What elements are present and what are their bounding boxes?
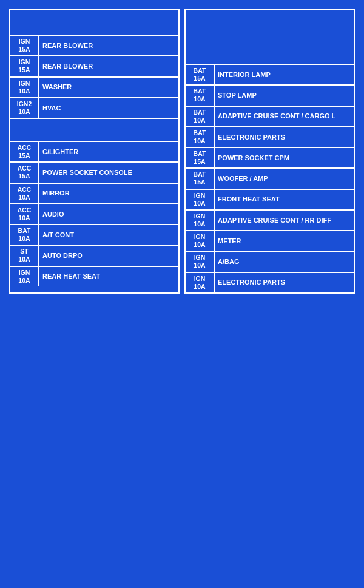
- fuse-code: BAT15A: [186, 65, 215, 84]
- fuse-code: BAT10A: [186, 127, 215, 147]
- fuse-label: INTERIOR LAMP: [215, 65, 354, 84]
- table-row: IGN15AREAR BLOWER: [10, 36, 178, 56]
- fuse-code: IGN10A: [186, 231, 215, 251]
- fuse-label: FRONT HEAT SEAT: [215, 190, 354, 209]
- fuse-code: IGN10A: [186, 190, 215, 209]
- fuse-diagram: IGN15AREAR BLOWERIGN15AREAR BLOWERIGN10A…: [6, 6, 358, 297]
- table-row: IGN10AREAR HEAT SEAT: [10, 267, 178, 286]
- fuse-label: WOOFER / AMP: [215, 169, 354, 188]
- table-row: BAT15APOWER SOCKET CPM: [186, 148, 354, 169]
- table-row: BAT15AWOOFER / AMP: [186, 169, 354, 189]
- fuse-label: A/T CONT: [39, 225, 178, 245]
- fuse-label: REAR BLOWER: [39, 56, 178, 76]
- fuse-code: BAT10A: [186, 86, 215, 105]
- fuse-label: POWER SOCKET CPM: [215, 148, 354, 167]
- table-row: BAT10AELECTRONIC PARTS: [186, 127, 354, 148]
- table-row: IGN210AHVAC: [10, 98, 178, 119]
- fuse-label: METER: [215, 231, 354, 251]
- fuse-label: REAR BLOWER: [39, 36, 178, 55]
- table-row: BAT10ASTOP LAMP: [186, 86, 354, 106]
- fuse-label: HVAC: [39, 98, 178, 118]
- fuse-code: ACC10A: [10, 184, 39, 203]
- fuse-code: BAT15A: [186, 148, 215, 167]
- table-row: IGN10AWASHER: [10, 78, 178, 98]
- table-row: IGN10AADAPTIVE CRUISE CONT / RR DIFF: [186, 211, 354, 231]
- fuse-code: IGN10A: [186, 211, 215, 230]
- table-row: IGN10AMETER: [186, 231, 354, 252]
- fuse-label: A/BAG: [215, 252, 354, 271]
- left-panel: IGN15AREAR BLOWERIGN15AREAR BLOWERIGN10A…: [9, 9, 180, 294]
- table-row: ACC10AMIRROR: [10, 184, 178, 204]
- fuse-code: IGN10A: [186, 252, 215, 271]
- fuse-code: ACC15A: [10, 163, 39, 182]
- table-row: ACC15APOWER SOCKET CONSOLE: [10, 163, 178, 183]
- table-row: IGN15AREAR BLOWER: [10, 56, 178, 77]
- right-header-empty: [186, 10, 354, 65]
- fuse-label: ADAPTIVE CRUISE CONT / CARGO L: [215, 107, 354, 126]
- fuse-code: IGN210A: [10, 98, 39, 118]
- table-row: [10, 119, 178, 142]
- fuse-code: IGN15A: [10, 36, 39, 55]
- fuse-label: REAR HEAT SEAT: [39, 267, 178, 286]
- fuse-code: IGN10A: [186, 273, 215, 292]
- fuse-label: AUDIO: [39, 204, 178, 224]
- table-row: ACC10AAUDIO: [10, 204, 178, 225]
- fuse-code: ST10A: [10, 246, 39, 265]
- table-row: IGN10AA/BAG: [186, 252, 354, 272]
- fuse-label: ADAPTIVE CRUISE CONT / RR DIFF: [215, 211, 354, 230]
- fuse-label: ELECTRONIC PARTS: [215, 273, 354, 292]
- fuse-label: POWER SOCKET CONSOLE: [39, 163, 178, 182]
- table-row: BAT10AADAPTIVE CRUISE CONT / CARGO L: [186, 107, 354, 127]
- fuse-label: ELECTRONIC PARTS: [215, 127, 354, 147]
- fuse-label: C/LIGHTER: [39, 142, 178, 161]
- fuse-label: AUTO DRPO: [39, 246, 178, 265]
- fuse-code: BAT10A: [10, 225, 39, 245]
- left-header-empty: [10, 10, 178, 36]
- table-row: IGN10AELECTRONIC PARTS: [186, 273, 354, 292]
- fuse-code: ACC10A: [10, 204, 39, 224]
- table-row: ST10AAUTO DRPO: [10, 246, 178, 266]
- fuse-label: WASHER: [39, 78, 178, 97]
- fuse-code: IGN10A: [10, 267, 39, 286]
- fuse-code: IGN10A: [10, 78, 39, 97]
- fuse-code: BAT15A: [186, 169, 215, 188]
- table-row: BAT15AINTERIOR LAMP: [186, 65, 354, 86]
- fuse-code: BAT10A: [186, 107, 215, 126]
- fuse-code: ACC15A: [10, 142, 39, 161]
- fuse-code: IGN15A: [10, 56, 39, 76]
- table-row: IGN10AFRONT HEAT SEAT: [186, 190, 354, 211]
- fuse-label: STOP LAMP: [215, 86, 354, 105]
- right-panel: BAT15AINTERIOR LAMPBAT10ASTOP LAMPBAT10A…: [184, 9, 355, 294]
- table-row: ACC15AC/LIGHTER: [10, 142, 178, 163]
- fuse-label: MIRROR: [39, 184, 178, 203]
- table-row: BAT10AA/T CONT: [10, 225, 178, 246]
